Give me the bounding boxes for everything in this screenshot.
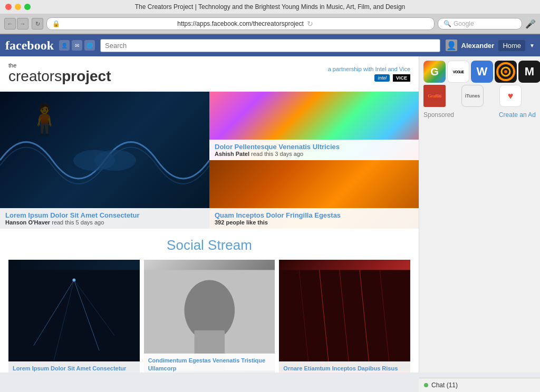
card3-sub: 112 people like this xyxy=(283,372,406,373)
card3-visual xyxy=(279,260,410,373)
figure-silhouette: 🧍 xyxy=(26,102,63,136)
create-ad-link[interactable]: Create an Ad xyxy=(499,111,536,119)
app-icons-row1: G VOGUE W M xyxy=(423,61,536,83)
app-icon-circle[interactable] xyxy=(495,61,517,83)
url-text: https://apps.facebook.com/thecreatorspro… xyxy=(177,20,303,27)
hero-right-bottom-likes: 392 people like this xyxy=(215,219,413,226)
maximize-button[interactable] xyxy=(24,4,31,10)
chat-online-indicator xyxy=(424,383,428,387)
chat-bar[interactable]: Chat (11) xyxy=(419,378,540,392)
card1-author: Ashish Patel xyxy=(13,372,44,373)
card1-visual xyxy=(8,260,140,373)
cp-header: the creatorsproject a partnership with I… xyxy=(0,56,419,92)
card2-likes: 62 people like this xyxy=(148,372,194,373)
search-icon: 🔍 xyxy=(443,20,451,27)
card2-caption: Condimentum Egestas Venenatis Tristique … xyxy=(144,354,275,373)
intel-logo: intel xyxy=(374,74,390,82)
dropdown-icon[interactable]: ▼ xyxy=(529,43,535,48)
hero-left-title[interactable]: Lorem Ipsum Dolor Sit Amet Consectetur xyxy=(5,211,204,219)
svg-point-1 xyxy=(94,150,136,171)
social-stream-title: Social Stream xyxy=(8,237,410,253)
partnership-block: a partnership with Intel and Vice intel … xyxy=(328,66,410,82)
messages-icon[interactable]: ✉ xyxy=(72,40,82,51)
heart-icon: ♥ xyxy=(508,91,514,102)
search-placeholder: Google xyxy=(454,20,474,27)
app-icon-m[interactable]: M xyxy=(518,61,540,83)
stream-card-2: Condimentum Egestas Venenatis Tristique … xyxy=(144,260,275,373)
cp-logo: the creatorsproject xyxy=(8,63,111,85)
svg-point-7 xyxy=(72,278,75,281)
stream-card-3: Ornare Etiamtum Inceptos Dapibus Risus 1… xyxy=(279,260,410,373)
reload-icon: ↻ xyxy=(307,19,429,28)
mic-icon: 🎤 xyxy=(525,19,536,29)
reload-button[interactable]: ↻ xyxy=(32,18,43,30)
facebook-logo[interactable]: facebook xyxy=(5,38,54,53)
hero-left-sub: Hanson O'Haver read this 5 days ago xyxy=(5,219,204,226)
cp-creators-text: creators xyxy=(8,68,62,84)
hero-right-top-author: Ashish Patel xyxy=(215,151,249,157)
card3-title[interactable]: Ornare Etiamtum Inceptos Dapibus Risus xyxy=(283,365,406,372)
home-link[interactable]: Home xyxy=(498,40,525,51)
right-sidebar: G VOGUE W M Graffiti iTunes xyxy=(419,56,540,373)
nav-bar: ← → ↻ 🔒 https://apps.facebook.com/thecre… xyxy=(0,14,540,34)
hero-grid: 🧍 Lorem Ipsum Dolor Sit Amet Consectetur… xyxy=(0,92,419,229)
hero-left-caption: Lorem Ipsum Dolor Sit Amet Consectetur H… xyxy=(0,208,209,229)
hero-right-bottom-title[interactable]: Quam Inceptos Dolor Fringilla Egestas xyxy=(215,211,413,219)
back-button[interactable]: ← xyxy=(4,18,16,30)
minimize-button[interactable] xyxy=(15,4,21,10)
username[interactable]: Alexander xyxy=(461,42,495,50)
card3-likes: 112 people like this xyxy=(283,372,332,373)
card3-caption: Ornare Etiamtum Inceptos Dapibus Risus 1… xyxy=(279,361,410,373)
browser-chrome: The Creators Project | Technology and th… xyxy=(0,0,540,34)
app-icon-itunes[interactable]: iTunes xyxy=(461,85,484,107)
card1-sub: Ashish Patel read this 5 days ago xyxy=(13,372,136,373)
hero-right-top-title[interactable]: Dolor Pellentesque Venenatis Ultricies xyxy=(215,143,413,151)
globe-icon[interactable]: 🌐 xyxy=(84,40,95,51)
hero-right-top-time: read this 3 days ago xyxy=(251,151,303,157)
friends-icon[interactable]: 👤 xyxy=(59,40,70,51)
hero-left: 🧍 Lorem Ipsum Dolor Sit Amet Consectetur… xyxy=(0,92,209,229)
hero-left-time: read this 5 days ago xyxy=(52,219,104,226)
hero-right-bottom-caption: Quam Inceptos Dolor Fringilla Egestas 39… xyxy=(209,208,419,229)
card1-time: read this 5 days ago xyxy=(46,372,93,373)
sponsored-row: Sponsored Create an Ad xyxy=(423,111,536,119)
main-content: the creatorsproject a partnership with I… xyxy=(0,56,540,373)
title-bar: The Creators Project | Technology and th… xyxy=(0,0,540,14)
fb-right-nav: 👤 Alexander Home ▼ xyxy=(446,40,535,51)
hero-right-bottom: Quam Inceptos Dolor Fringilla Egestas 39… xyxy=(209,160,419,229)
svg-point-19 xyxy=(504,70,507,73)
window-controls xyxy=(5,4,31,10)
partnership-text: a partnership with Intel and Vice xyxy=(328,66,410,72)
app-icons-row2: Graffiti iTunes ♥ xyxy=(423,85,536,107)
forward-button[interactable]: → xyxy=(17,18,28,30)
app-icon-heart[interactable]: ♥ xyxy=(499,85,522,107)
sponsored-label: Sponsored xyxy=(423,111,454,119)
card1-title[interactable]: Lorem Ipsum Dolor Sit Amet Consectetur xyxy=(13,365,136,372)
app-icon-graffiti[interactable]: Graffiti xyxy=(423,85,446,107)
app-icon-g[interactable]: G xyxy=(423,61,446,83)
card2-sub: 62 people like this xyxy=(148,372,271,373)
app-icon-vogue[interactable]: VOGUE xyxy=(447,61,469,83)
avatar: 👤 xyxy=(446,40,457,51)
search-container xyxy=(100,39,440,52)
hero-left-author: Hanson O'Haver xyxy=(5,219,50,226)
nav-arrows: ← → xyxy=(4,18,28,30)
partner-logos: intel VICE xyxy=(328,74,410,82)
circle-svg xyxy=(496,62,516,82)
hero-right-bottom-likes-text: 392 people like this xyxy=(215,219,268,226)
card1-caption: Lorem Ipsum Dolor Sit Amet Consectetur A… xyxy=(8,361,140,373)
search-input[interactable] xyxy=(100,39,440,52)
address-bar[interactable]: 🔒 https://apps.facebook.com/thecreatorsp… xyxy=(46,17,435,30)
hero-right-top: Dolor Pellentesque Venenatis Ultricies A… xyxy=(209,92,419,160)
hero-right-top-sub: Ashish Patel read this 3 days ago xyxy=(215,151,413,157)
social-stream: Social Stream Lorem Ipsum Dolor Sit Amet… xyxy=(0,229,419,373)
stream-card-1: Lorem Ipsum Dolor Sit Amet Consectetur A… xyxy=(8,260,140,373)
close-button[interactable] xyxy=(5,4,12,10)
app-icon-w[interactable]: W xyxy=(471,61,493,83)
nav-icons: 👤 ✉ 🌐 xyxy=(59,40,95,51)
card2-title[interactable]: Condimentum Egestas Venenatis Tristique … xyxy=(148,357,271,372)
vice-logo: VICE xyxy=(393,74,410,82)
browser-search[interactable]: 🔍 Google xyxy=(438,18,522,30)
page-title: The Creators Project | Technology and th… xyxy=(135,3,406,11)
cp-project-text: project xyxy=(62,68,111,84)
